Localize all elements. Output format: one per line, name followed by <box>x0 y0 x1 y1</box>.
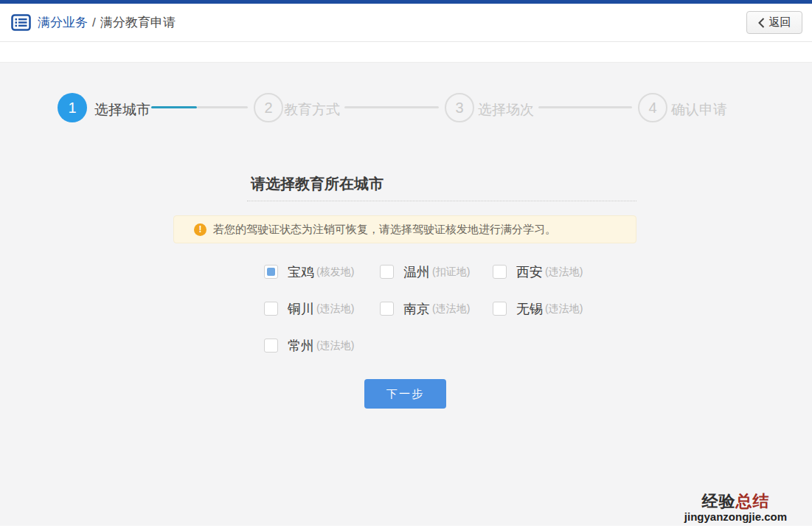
city-tag: (违法地) <box>545 302 583 316</box>
warning-icon: ! <box>194 223 207 236</box>
notice-banner: ! 若您的驾驶证状态为注销可恢复，请选择驾驶证核发地进行满分学习。 <box>173 215 636 243</box>
checkbox-fill <box>383 305 391 313</box>
city-option-xian[interactable]: 西安 (违法地) <box>493 263 583 281</box>
city-option-changzhou[interactable]: 常州 (违法地) <box>264 336 354 355</box>
checkbox[interactable] <box>493 265 507 279</box>
step-3-label: 选择场次 <box>478 100 534 119</box>
city-name: 铜川 <box>288 300 314 318</box>
city-tag: (违法地) <box>545 266 583 279</box>
breadcrumb-separator: / <box>92 15 96 30</box>
city-option-baoji[interactable]: 宝鸡 (核发地) <box>264 263 354 281</box>
header: 满分业务 / 满分教育申请 返回 <box>0 4 812 42</box>
step-1-circle: 1 <box>58 93 87 122</box>
city-option-tongchuan[interactable]: 铜川 (违法地) <box>264 299 354 318</box>
checkbox-fill <box>383 268 391 276</box>
checkbox-fill <box>496 305 504 313</box>
checkbox-fill <box>267 305 275 313</box>
city-tag: (违法地) <box>316 302 354 316</box>
city-tag: (扣证地) <box>432 266 470 279</box>
watermark-brand-red: 总结 <box>735 492 769 510</box>
checkbox[interactable] <box>380 265 394 279</box>
checkbox-fill <box>267 341 275 350</box>
checkbox[interactable] <box>264 302 278 316</box>
breadcrumb-primary[interactable]: 满分业务 <box>38 14 88 31</box>
content-panel: 1 选择城市 2 教育方式 3 选择场次 4 确认申请 请选择教育所在城市 ! … <box>0 62 812 526</box>
step-4-label: 确认申请 <box>671 100 727 119</box>
checkbox-fill <box>496 268 504 276</box>
city-name: 常州 <box>288 337 314 355</box>
back-button-label: 返回 <box>769 15 791 30</box>
checkbox[interactable] <box>264 339 278 353</box>
city-option-wuxi[interactable]: 无锡 (违法地) <box>493 299 583 318</box>
city-name: 无锡 <box>516 300 543 318</box>
city-tag: (核发地) <box>316 266 354 279</box>
watermark-domain: jingyanzongjie.com <box>684 510 787 523</box>
step-connector-done <box>151 106 197 108</box>
checkbox-fill <box>267 268 275 276</box>
city-option-nanjing[interactable]: 南京 (违法地) <box>380 299 470 318</box>
step-connector <box>197 106 248 108</box>
city-option-wenzhou[interactable]: 温州 (扣证地) <box>380 263 470 281</box>
city-name: 温州 <box>403 263 430 281</box>
step-2-circle: 2 <box>254 93 283 122</box>
city-tag: (违法地) <box>432 302 470 316</box>
city-name: 南京 <box>403 300 430 318</box>
step-4-circle: 4 <box>638 93 667 122</box>
watermark-brand-dark: 经验 <box>701 492 735 510</box>
watermark-brand: 经验总结 <box>684 493 787 510</box>
checkbox[interactable] <box>493 302 507 316</box>
dotted-separator <box>247 201 636 201</box>
notice-text: 若您的驾驶证状态为注销可恢复，请选择驾驶证核发地进行满分学习。 <box>213 223 556 237</box>
breadcrumb: 满分业务 / 满分教育申请 <box>11 14 176 31</box>
city-tag: (违法地) <box>316 339 354 353</box>
checkbox[interactable] <box>380 302 394 316</box>
header-spacer <box>0 42 812 61</box>
back-button[interactable]: 返回 <box>746 11 802 34</box>
city-name: 宝鸡 <box>288 263 314 281</box>
watermark: 经验总结 jingyanzongjie.com <box>684 493 787 523</box>
step-connector <box>344 106 439 108</box>
chevron-left-icon <box>758 18 765 28</box>
list-icon <box>11 14 31 31</box>
checkbox-checked[interactable] <box>264 265 278 279</box>
city-name: 西安 <box>516 263 543 281</box>
step-3-circle: 3 <box>445 93 474 122</box>
form-title: 请选择教育所在城市 <box>251 174 384 194</box>
step-1-label: 选择城市 <box>94 100 150 119</box>
step-connector <box>538 106 632 108</box>
breadcrumb-current: 满分教育申请 <box>100 14 176 31</box>
next-step-button[interactable]: 下一步 <box>364 379 446 409</box>
step-2-label: 教育方式 <box>284 100 340 119</box>
